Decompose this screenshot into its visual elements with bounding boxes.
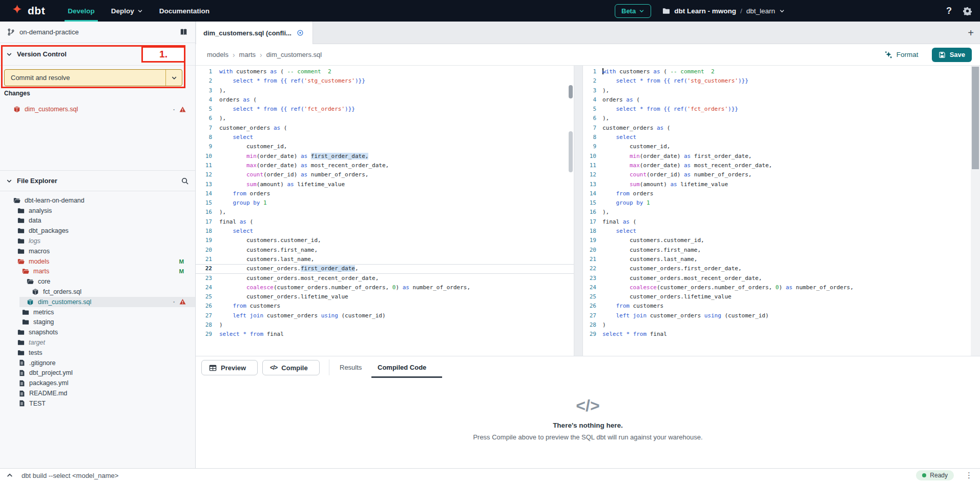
docs-book-icon[interactable] [179, 28, 188, 36]
compile-button[interactable]: </> Compile [262, 360, 320, 375]
file-explorer-header[interactable]: File Explorer [0, 170, 195, 191]
code-line-23[interactable]: 23 customer_orders.most_recent_order_dat… [196, 274, 574, 283]
breadcrumb-models[interactable]: models [207, 51, 228, 58]
search-icon[interactable] [181, 177, 189, 185]
code-line-6[interactable]: 6), [196, 114, 574, 123]
code-line-27[interactable]: 27 left join customer_orders using (cust… [583, 311, 971, 320]
chevron-up-icon[interactable] [6, 472, 13, 479]
code-line-26[interactable]: 26 from customers [583, 302, 971, 311]
version-control-header[interactable]: Version Control [0, 43, 195, 66]
code-line-21[interactable]: 21 customers.last_name, [583, 255, 971, 264]
code-line-16[interactable]: 16), [196, 208, 574, 217]
code-line-17[interactable]: 17final as ( [196, 217, 574, 227]
commit-and-resolve-button[interactable]: Commit and resolve [4, 69, 182, 86]
code-line-20[interactable]: 20 customers.first_name, [583, 246, 971, 255]
settings-gear-icon[interactable] [963, 7, 972, 15]
tree-item-dbt-learn-on-demand[interactable]: dbt-learn-on-demand [0, 195, 195, 206]
tree-item-staging[interactable]: staging [0, 317, 195, 328]
code-line-27[interactable]: 27 left join customer_orders using (cust… [196, 311, 574, 320]
tree-item-TEST[interactable]: TEST [0, 398, 195, 409]
overflow-menu-icon[interactable]: ⋮ [965, 471, 973, 480]
tab-results[interactable]: Results [340, 356, 362, 378]
editor-pane-right[interactable]: 1with customers as ( -- comment 22 selec… [583, 66, 971, 356]
tree-item-models[interactable]: modelsM [0, 256, 195, 267]
save-button[interactable]: Save [932, 48, 972, 62]
code-line-29[interactable]: 29select * from final [583, 330, 971, 339]
code-line-14[interactable]: 14 from orders [583, 189, 971, 198]
tree-item-snapshots[interactable]: snapshots [0, 327, 195, 337]
code-line-21[interactable]: 21 customers.last_name, [196, 255, 574, 264]
code-line-8[interactable]: 8 select [196, 133, 574, 142]
command-input[interactable]: dbt build --select <model_name> [22, 472, 118, 479]
format-button[interactable]: Format [884, 51, 919, 59]
pane-divider[interactable] [574, 66, 583, 356]
preview-button[interactable]: Preview [201, 360, 258, 375]
conflict-target-icon[interactable] [297, 29, 304, 36]
code-line-19[interactable]: 19 customers.customer_id, [583, 236, 971, 245]
code-line-9[interactable]: 9 customer_id, [196, 142, 574, 151]
code-line-9[interactable]: 9 customer_id, [583, 142, 971, 151]
dbt-logo[interactable]: dbt [10, 4, 45, 18]
code-line-4[interactable]: 4orders as ( [583, 95, 971, 105]
code-line-20[interactable]: 20 customers.first_name, [196, 246, 574, 255]
tree-item-packages.yml[interactable]: packages.yml [0, 378, 195, 388]
code-line-10[interactable]: 10 min(order_date) as first_order_date, [583, 152, 971, 161]
code-line-3[interactable]: 3), [196, 86, 574, 95]
code-line-4[interactable]: 4orders as ( [196, 95, 574, 105]
tree-item-dim_customers.sql[interactable]: dim_customers.sql· [0, 297, 195, 307]
code-line-7[interactable]: 7customer_orders as ( [196, 124, 574, 133]
code-line-15[interactable]: 15 group by 1 [196, 198, 574, 208]
scrollbar-thumb[interactable] [972, 67, 979, 169]
code-line-19[interactable]: 19 customers.customer_id, [196, 236, 574, 245]
code-line-26[interactable]: 26 from customers [196, 302, 574, 311]
code-line-17[interactable]: 17final as ( [583, 217, 971, 227]
branch-selector[interactable]: on-demand-practice [0, 22, 195, 43]
nav-develop[interactable]: Develop [59, 0, 103, 22]
right-pane-scrollbar[interactable] [971, 66, 980, 356]
code-line-12[interactable]: 12 count(order_id) as number_of_orders, [583, 170, 971, 179]
code-line-25[interactable]: 25 customer_orders.lifetime_value [196, 292, 574, 302]
code-line-13[interactable]: 13 sum(amount) as lifetime_value [196, 180, 574, 189]
code-line-10[interactable]: 10 min(order_date) as first_order_date, [196, 152, 574, 161]
tree-item-analysis[interactable]: analysis [0, 206, 195, 216]
code-line-24[interactable]: 24 coalesce(customer_orders.number_of_or… [583, 283, 971, 292]
code-line-3[interactable]: 3), [583, 86, 971, 95]
editor-pane-left[interactable]: 1with customers as ( -- comment 22 selec… [196, 66, 574, 356]
tree-item-core[interactable]: core [0, 276, 195, 287]
commit-options-caret[interactable] [165, 70, 182, 86]
tab-compiled-code[interactable]: Compiled Code [378, 356, 426, 378]
tree-item-macros[interactable]: macros [0, 246, 195, 256]
code-line-1[interactable]: 1with customers as ( -- comment 2 [196, 67, 574, 76]
tree-item-README.md[interactable]: README.md [0, 388, 195, 398]
beta-toggle[interactable]: Beta [615, 4, 651, 18]
code-line-11[interactable]: 11 max(order_date) as most_recent_order_… [196, 161, 574, 170]
code-line-14[interactable]: 14 from orders [196, 189, 574, 198]
nav-documentation[interactable]: Documentation [151, 0, 218, 22]
code-line-12[interactable]: 12 count(order_id) as number_of_orders, [196, 170, 574, 179]
breadcrumb-file[interactable]: dim_customers.sql [266, 51, 322, 58]
code-line-1[interactable]: 1with customers as ( -- comment 2 [583, 67, 971, 76]
tree-item-marts[interactable]: martsM [0, 267, 195, 277]
tree-item-tests[interactable]: tests [0, 348, 195, 358]
help-button[interactable]: ? [946, 6, 952, 16]
code-line-6[interactable]: 6), [583, 114, 971, 123]
code-line-5[interactable]: 5 select * from {{ ref('fct_orders')}} [196, 105, 574, 114]
tree-item-fct_orders.sql[interactable]: fct_orders.sql [0, 287, 195, 297]
project-selector[interactable]: dbt Learn - mwong / dbt_learn [662, 7, 785, 15]
code-line-22[interactable]: 22 customer_orders.first_order_date, [583, 264, 971, 273]
code-line-7[interactable]: 7customer_orders as ( [583, 124, 971, 133]
code-line-29[interactable]: 29select * from final [196, 330, 574, 339]
code-line-28[interactable]: 28) [196, 320, 574, 330]
code-line-28[interactable]: 28) [583, 320, 971, 330]
code-line-2[interactable]: 2 select * from {{ ref('stg_customers')}… [196, 76, 574, 86]
code-line-15[interactable]: 15 group by 1 [583, 198, 971, 208]
changed-file-row[interactable]: dim_customers.sql · [0, 104, 195, 115]
code-line-13[interactable]: 13 sum(amount) as lifetime_value [583, 180, 971, 189]
tree-item-.gitignore[interactable]: .gitignore [0, 358, 195, 368]
tree-item-metrics[interactable]: metrics [0, 307, 195, 317]
code-line-11[interactable]: 11 max(order_date) as most_recent_order_… [583, 161, 971, 170]
tree-item-logs[interactable]: logs [0, 236, 195, 246]
code-line-2[interactable]: 2 select * from {{ ref('stg_customers')}… [583, 76, 971, 86]
tree-item-dbt_packages[interactable]: dbt_packages [0, 226, 195, 236]
code-line-8[interactable]: 8 select [583, 133, 971, 142]
